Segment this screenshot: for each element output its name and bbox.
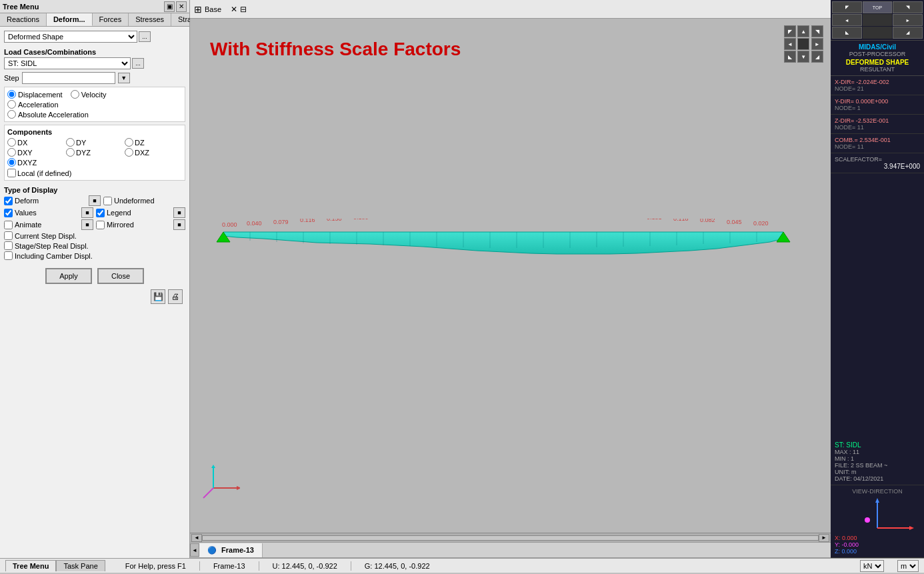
- checkbox-current-step[interactable]: [4, 231, 13, 240]
- right-nav-bottom-center: [863, 27, 893, 39]
- step-dropdown-button[interactable]: ▼: [118, 73, 130, 83]
- values-settings-button[interactable]: ■: [81, 207, 93, 218]
- save-icon-button[interactable]: 💾: [151, 289, 165, 304]
- y-coord-value: Y: -0.000: [835, 541, 920, 548]
- nav-center-button[interactable]: [797, 38, 809, 50]
- y-dir-value: Y-DIR= 0.000E+000: [835, 98, 920, 105]
- shape-options-button[interactable]: ...: [139, 31, 151, 42]
- tab-forces[interactable]: Forces: [93, 13, 129, 26]
- svg-line-48: [203, 488, 213, 498]
- unit-m-select[interactable]: m: [897, 560, 919, 572]
- right-nav-top[interactable]: TOP: [863, 1, 893, 13]
- close-button[interactable]: Close: [97, 268, 144, 284]
- nav-right-button[interactable]: ►: [811, 38, 823, 50]
- radio-abs-acceleration[interactable]: [7, 110, 16, 119]
- z-dir-value: Z-DIR= -2.532E-001: [835, 117, 920, 124]
- load-case-display: ST: SIDL: [835, 441, 920, 449]
- view-direction-label: VIEW-DIRECTION: [835, 488, 920, 495]
- tab-deform[interactable]: Deform...: [47, 13, 93, 26]
- unit-kn-select[interactable]: kN: [860, 560, 884, 572]
- checkbox-legend[interactable]: [96, 209, 105, 217]
- step-input[interactable]: [22, 72, 115, 84]
- checkbox-animate[interactable]: [4, 221, 13, 229]
- svg-text:0.206: 0.206: [593, 219, 609, 220]
- radio-dz[interactable]: [125, 138, 133, 147]
- radio-displacement[interactable]: [7, 90, 16, 99]
- svg-text:0.118: 0.118: [673, 219, 689, 222]
- tab-stresses[interactable]: Stresses: [129, 13, 171, 26]
- nav-tr-button[interactable]: ◥: [811, 25, 823, 37]
- pin-button[interactable]: ▣: [164, 1, 175, 12]
- right-nav-right[interactable]: ►: [893, 14, 923, 26]
- checkbox-stage-step[interactable]: [4, 241, 13, 250]
- displacement-label: Displacement: [18, 91, 63, 99]
- radio-velocity[interactable]: [71, 90, 79, 99]
- svg-marker-50: [875, 498, 879, 503]
- nav-top-button[interactable]: ▲: [797, 25, 809, 37]
- svg-marker-47: [211, 465, 215, 468]
- radio-dy[interactable]: [66, 138, 75, 147]
- nav-bottom-button[interactable]: ▼: [797, 51, 809, 63]
- checkbox-undeformed[interactable]: [103, 197, 112, 205]
- radio-dyz[interactable]: [66, 148, 75, 157]
- x-node-value: NODE= 21: [835, 85, 920, 92]
- apply-button[interactable]: Apply: [45, 268, 92, 284]
- toolbar-icon2: ⊟: [240, 5, 247, 14]
- bottom-tab-tree-menu[interactable]: Tree Menu: [5, 560, 56, 571]
- horizontal-scrollbar[interactable]: ◄ ►: [190, 533, 831, 542]
- svg-text:0.227: 0.227: [567, 219, 582, 219]
- load-case-options-button[interactable]: ...: [132, 58, 144, 69]
- svg-point-53: [865, 517, 870, 523]
- nav-tl-button[interactable]: ◤: [784, 25, 796, 37]
- svg-text:0.116: 0.116: [300, 219, 315, 223]
- bottom-tab-midas[interactable]: 🔵 Frame-13: [199, 543, 263, 557]
- scroll-left-button[interactable]: ◄: [191, 534, 202, 542]
- x-coord-value: X: 0.000: [835, 535, 920, 541]
- mirrored-settings-button[interactable]: ■: [173, 219, 185, 230]
- checkbox-including-camber[interactable]: [4, 251, 13, 260]
- u-coord: U: 12.445, 0, -0.922: [273, 562, 337, 570]
- date-value: DATE: 04/12/2021: [835, 475, 920, 482]
- print-icon-button[interactable]: 🖨: [168, 289, 183, 304]
- viewport-canvas[interactable]: With Stiffness Scale Factors ◤ ▲ ◥ ◄ ► ◣…: [190, 19, 831, 533]
- toolbar-icon1: ✕: [231, 5, 237, 14]
- shape-type-select[interactable]: Deformed Shape: [4, 31, 137, 43]
- deform-settings-button[interactable]: ■: [89, 195, 101, 206]
- close-panel-button[interactable]: ✕: [176, 1, 187, 12]
- checkbox-deform[interactable]: [4, 197, 13, 205]
- load-case-select[interactable]: ST: SIDL: [4, 57, 131, 69]
- bottom-tab-task-pane[interactable]: Task Pane: [56, 560, 105, 571]
- scroll-right-button[interactable]: ►: [819, 534, 829, 542]
- radio-acceleration[interactable]: [7, 100, 16, 109]
- comb-node-value: NODE= 11: [835, 143, 920, 150]
- radio-dxyz[interactable]: [7, 158, 16, 167]
- radio-dx[interactable]: [7, 138, 16, 147]
- post-processor-label: POST-PROCESSOR: [833, 51, 921, 57]
- svg-text:0.151: 0.151: [647, 219, 662, 221]
- legend-settings-button[interactable]: ■: [173, 207, 185, 218]
- animate-settings-button[interactable]: ■: [81, 219, 93, 230]
- scrollbar-track[interactable]: [202, 535, 819, 541]
- radio-dxy[interactable]: [7, 148, 16, 157]
- right-nav-tl[interactable]: ◤: [832, 1, 862, 13]
- scale-factor-label: SCALEFACTOR=: [835, 156, 920, 163]
- svg-text:0.045: 0.045: [727, 219, 742, 225]
- svg-marker-0: [223, 232, 783, 254]
- velocity-label: Velocity: [81, 91, 107, 99]
- checkbox-local[interactable]: [7, 169, 16, 177]
- right-nav-left[interactable]: ◄: [832, 14, 862, 26]
- nav-bl-button[interactable]: ◣: [784, 51, 796, 63]
- nav-br-button[interactable]: ◢: [811, 51, 823, 63]
- tab-reactions[interactable]: Reactions: [0, 13, 47, 26]
- nav-left-button[interactable]: ◄: [784, 38, 796, 50]
- right-nav-br[interactable]: ◢: [893, 27, 923, 39]
- checkbox-mirrored[interactable]: [96, 221, 105, 229]
- max-value: MAX : 11: [835, 449, 920, 455]
- tab-scroll-left[interactable]: ◄: [190, 543, 199, 557]
- checkbox-values[interactable]: [4, 209, 13, 217]
- svg-text:0.181: 0.181: [620, 219, 635, 220]
- radio-dxz[interactable]: [125, 148, 133, 157]
- right-nav-tr[interactable]: ◥: [893, 1, 923, 13]
- acceleration-label: Acceleration: [18, 101, 59, 109]
- right-nav-bl[interactable]: ◣: [832, 27, 862, 39]
